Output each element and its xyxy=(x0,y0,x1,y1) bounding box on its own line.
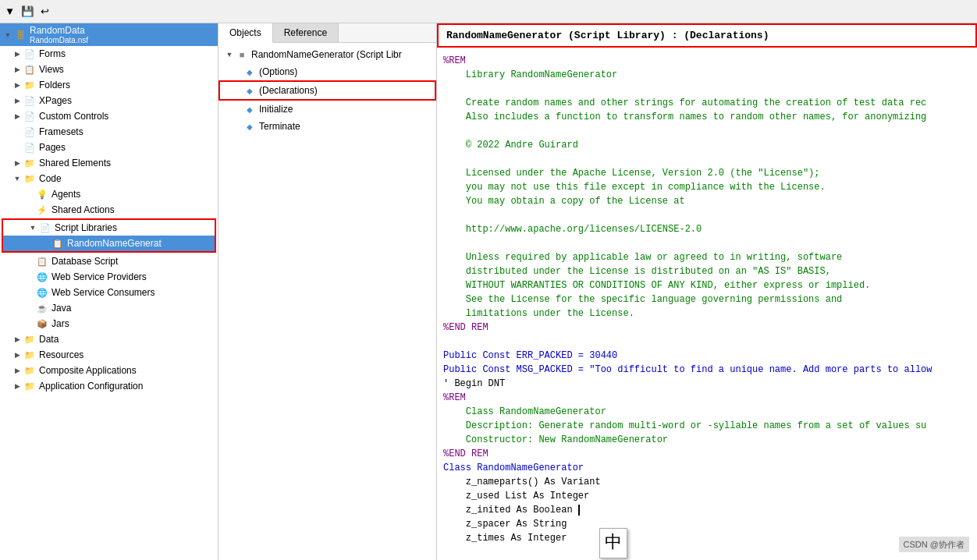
db-icon: 🗄 xyxy=(14,29,27,41)
sidebar-item-label: Framesets xyxy=(39,126,83,137)
expand-icon: ▼ xyxy=(28,223,37,232)
code-line xyxy=(443,335,971,349)
sidebar-item-custom-controls[interactable]: ▶ 📄 Custom Controls xyxy=(0,108,218,124)
script-tree-item-label: Terminate xyxy=(259,121,300,132)
code-line: z_used List As Integer xyxy=(443,489,971,503)
sidebar-item-jars[interactable]: 📦 Jars xyxy=(0,316,218,331)
composite-apps-icon: 📁 xyxy=(23,364,36,377)
code-line xyxy=(443,208,971,222)
code-icon: 📁 xyxy=(23,172,36,185)
sidebar-item-label: XPages xyxy=(39,95,72,106)
toolbar-undo-btn[interactable]: ↩ xyxy=(39,4,51,19)
initialize-diamond-icon: ◆ xyxy=(243,103,256,115)
agent-icon: 💡 xyxy=(36,188,48,200)
sidebar-item-framesets[interactable]: 📄 Framesets xyxy=(0,124,218,140)
code-line xyxy=(443,82,971,96)
toolbar-save-btn[interactable]: 💾 xyxy=(20,4,36,19)
sidebar-root-item[interactable]: ▼ 🗄 RandomData RandomData.nsf xyxy=(0,23,218,46)
toolbar: ▼ 💾 ↩ xyxy=(0,0,977,23)
sidebar-item-label: Views xyxy=(39,64,64,75)
sidebar-item-ws-consumers[interactable]: 🌐 Web Service Consumers xyxy=(0,285,218,300)
sidebar-item-resources[interactable]: ▶ 📁 Resources xyxy=(0,347,218,363)
code-line: %REM xyxy=(443,54,971,68)
expand-icon: ▼ xyxy=(225,50,234,59)
script-libraries-box: ▼ 📄 Script Libraries 📋 RandomNameGenerat xyxy=(2,218,216,253)
sidebar-item-ws-providers[interactable]: 🌐 Web Service Providers xyxy=(0,269,218,285)
code-content[interactable]: %REM Library RandomNameGenerator Create … xyxy=(437,48,977,560)
expand-icon xyxy=(25,303,34,313)
script-tree-options[interactable]: ◆ (Options) xyxy=(218,63,436,80)
code-line: ' Begin DNT xyxy=(443,377,971,391)
script-tree-declarations[interactable]: ◆ (Declarations) xyxy=(218,80,436,101)
root-subtitle: RandomData.nsf xyxy=(30,36,88,44)
sidebar-item-label: Web Service Consumers xyxy=(52,287,155,298)
sidebar-item-data[interactable]: ▶ 📁 Data xyxy=(0,331,218,347)
code-line: See the License for the specific languag… xyxy=(443,292,971,307)
sidebar-item-shared-elements[interactable]: ▶ 📁 Shared Elements xyxy=(0,155,218,171)
code-line: z_times As Integer 中 xyxy=(443,531,971,560)
ws-consumer-icon: 🌐 xyxy=(36,286,48,299)
sidebar-item-script-libraries[interactable]: ▼ 📄 Script Libraries xyxy=(3,220,215,236)
sidebar-item-forms[interactable]: ▶ 📄 Forms xyxy=(0,46,218,62)
sidebar-item-folders[interactable]: ▶ 📁 Folders xyxy=(0,77,218,93)
sidebar-item-label: Resources xyxy=(39,349,83,360)
sidebar-item-java[interactable]: ☕ Java xyxy=(0,300,218,316)
tab-objects[interactable]: Objects xyxy=(218,23,273,43)
code-line: Description: Generate random multi-word … xyxy=(443,419,971,433)
expand-icon: ▶ xyxy=(12,112,22,121)
frameset-icon: 📄 xyxy=(23,126,36,138)
code-line: z_nameparts() As Variant xyxy=(443,475,971,489)
code-line: %END REM xyxy=(443,321,971,335)
expand-icon: ▶ xyxy=(12,350,22,360)
code-line: limitations under the License. xyxy=(443,307,971,321)
script-tree-item-label: (Declarations) xyxy=(259,85,318,96)
sidebar-item-label: Java xyxy=(52,303,71,314)
sidebar-item-xpages[interactable]: ▶ 📄 XPages xyxy=(0,93,218,108)
shared-elements-icon: 📁 xyxy=(23,157,36,169)
sidebar-item-label: Web Service Providers xyxy=(52,271,147,282)
expand-icon xyxy=(25,190,34,199)
code-line: Library RandomNameGenerator xyxy=(443,68,971,82)
script-tree-root[interactable]: ▼ ■ RandomNameGenerator (Script Libr xyxy=(218,46,436,63)
code-line: WITHOUT WARRANTIES OR CONDITIONS OF ANY … xyxy=(443,278,971,292)
tab-reference[interactable]: Reference xyxy=(273,23,339,42)
expand-icon xyxy=(25,257,34,266)
code-panel: RandomNameGenerator (Script Library) : (… xyxy=(437,23,977,560)
sidebar-item-label: RandomNameGenerat xyxy=(67,238,162,249)
sidebar-item-label: Database Script xyxy=(52,256,118,267)
sidebar-item-database-script[interactable]: 📋 Database Script xyxy=(0,253,218,269)
expand-icon: ▼ xyxy=(12,174,22,183)
sidebar-item-randomnamegen[interactable]: 📋 RandomNameGenerat xyxy=(3,236,215,251)
view-icon: 📋 xyxy=(23,63,36,76)
expand-icon xyxy=(12,143,22,152)
options-diamond-icon: ◆ xyxy=(243,66,256,78)
sidebar-item-composite-apps[interactable]: ▶ 📁 Composite Applications xyxy=(0,363,218,378)
xpage-icon: 📄 xyxy=(23,94,36,107)
script-tree-initialize[interactable]: ◆ Initialize xyxy=(218,101,436,118)
script-root-icon: ■ xyxy=(236,48,248,61)
expand-icon xyxy=(25,319,34,328)
sidebar-item-label: Script Libraries xyxy=(55,222,117,233)
sidebar-item-shared-actions[interactable]: ⚡ Shared Actions xyxy=(0,202,218,218)
sidebar-item-views[interactable]: ▶ 📋 Views xyxy=(0,62,218,77)
sidebar-item-agents[interactable]: 💡 Agents xyxy=(0,186,218,202)
script-tree-terminate[interactable]: ◆ Terminate xyxy=(218,118,436,135)
toolbar-menu-btn[interactable]: ▼ xyxy=(3,4,16,19)
script-lib-icon: 📄 xyxy=(39,222,52,234)
root-labels: RandomData RandomData.nsf xyxy=(30,25,88,44)
code-header-title: RandomNameGenerator (Script Library) : (… xyxy=(446,30,769,41)
sidebar-item-code[interactable]: ▼ 📁 Code xyxy=(0,171,218,186)
code-header: RandomNameGenerator (Script Library) : (… xyxy=(437,23,977,48)
sidebar-item-pages[interactable]: 📄 Pages xyxy=(0,140,218,155)
center-panel: Objects Reference ▼ ■ RandomNameGenerato… xyxy=(218,23,437,560)
code-line: z_inited As Boolean xyxy=(443,503,971,517)
form-icon: 📄 xyxy=(23,48,36,60)
ws-provider-icon: 🌐 xyxy=(36,271,48,283)
expand-icon: ▶ xyxy=(12,366,22,375)
expand-icon: ▶ xyxy=(12,96,22,105)
sidebar-item-label: Jars xyxy=(52,318,69,329)
sidebar-item-app-config[interactable]: ▶ 📁 Application Configuration xyxy=(0,378,218,394)
script-tree-panel: ▼ ■ RandomNameGenerator (Script Libr ◆ (… xyxy=(218,43,436,560)
script-tree-item-label: Initialize xyxy=(259,104,293,115)
code-line: z_spacer As String xyxy=(443,517,971,531)
